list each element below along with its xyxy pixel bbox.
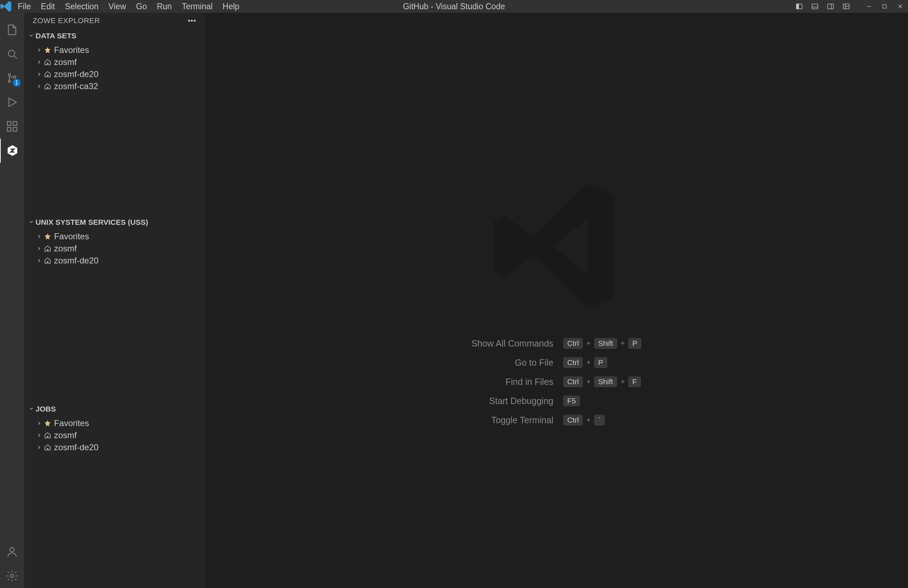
menu-bar: File Edit Selection View Go Run Terminal… bbox=[13, 0, 245, 13]
tree-item[interactable]: Favorites bbox=[24, 44, 204, 56]
toggle-secondary-sidebar-icon[interactable] bbox=[823, 0, 838, 13]
home-icon bbox=[44, 83, 54, 90]
menu-view[interactable]: View bbox=[103, 0, 131, 13]
home-icon bbox=[44, 432, 54, 439]
chevron-down-icon bbox=[27, 405, 35, 413]
panel-header-jobs[interactable]: JOBS bbox=[24, 402, 204, 416]
star-icon bbox=[44, 420, 54, 427]
tree-item[interactable]: zosmf-de20 bbox=[24, 441, 204, 453]
svg-point-16 bbox=[8, 80, 11, 83]
home-icon bbox=[44, 59, 54, 66]
activity-settings-gear-icon[interactable] bbox=[0, 564, 24, 588]
minimize-icon[interactable] bbox=[861, 0, 877, 13]
home-icon bbox=[44, 71, 54, 78]
menu-edit[interactable]: Edit bbox=[36, 0, 60, 13]
svg-line-14 bbox=[14, 56, 17, 59]
panel-label: JOBS bbox=[35, 405, 56, 413]
vscode-watermark-icon bbox=[485, 175, 627, 320]
shortcut-keys: F5 bbox=[563, 395, 641, 406]
activity-search-icon[interactable] bbox=[0, 42, 24, 66]
maximize-icon[interactable] bbox=[877, 0, 892, 13]
svg-rect-21 bbox=[13, 122, 17, 126]
tree-item-label: Favorites bbox=[54, 45, 89, 55]
shortcut-keys: Ctrl+P bbox=[563, 357, 641, 368]
customize-layout-icon[interactable] bbox=[838, 0, 854, 13]
keycap: Ctrl bbox=[563, 415, 583, 426]
shortcut-label: Find in Files bbox=[472, 377, 554, 387]
plus-separator: + bbox=[586, 378, 591, 386]
keycap: Ctrl bbox=[563, 357, 583, 368]
chevron-down-icon bbox=[27, 218, 35, 227]
panel-header-data-sets[interactable]: DATA SETS bbox=[24, 28, 204, 43]
toggle-primary-sidebar-icon[interactable] bbox=[792, 0, 807, 13]
keycap: P bbox=[628, 338, 641, 349]
svg-rect-10 bbox=[883, 5, 886, 8]
tree-item-label: zosmf bbox=[54, 244, 77, 254]
menu-go[interactable]: Go bbox=[131, 0, 152, 13]
close-icon[interactable] bbox=[892, 0, 908, 13]
keycap: Ctrl bbox=[563, 376, 583, 387]
chevron-right-icon bbox=[34, 418, 44, 428]
shortcut-keys: Ctrl+Shift+P bbox=[563, 338, 641, 349]
tree-item-label: zosmf-de20 bbox=[54, 442, 98, 452]
panel-label: UNIX SYSTEM SERVICES (USS) bbox=[35, 218, 148, 227]
more-actions-icon[interactable]: ••• bbox=[188, 16, 196, 25]
menu-help[interactable]: Help bbox=[218, 0, 245, 13]
menu-selection[interactable]: Selection bbox=[60, 0, 104, 13]
activity-scm-icon[interactable]: 1 bbox=[0, 66, 24, 90]
svg-rect-20 bbox=[13, 127, 17, 132]
layout-controls bbox=[792, 0, 854, 13]
plus-separator: + bbox=[586, 416, 591, 424]
plus-separator: + bbox=[586, 358, 591, 367]
keycap: Ctrl bbox=[563, 338, 583, 349]
chevron-right-icon bbox=[34, 45, 44, 55]
chevron-down-icon bbox=[27, 32, 35, 40]
shortcut-label: Go to File bbox=[472, 358, 554, 368]
shortcut-label: Start Debugging bbox=[472, 396, 554, 406]
tree-item[interactable]: Favorites bbox=[24, 417, 204, 429]
editor-area: Show All CommandsCtrl+Shift+PGo to FileC… bbox=[204, 13, 908, 588]
chevron-right-icon bbox=[34, 255, 44, 266]
tree-item[interactable]: zosmf bbox=[24, 243, 204, 255]
tree-item[interactable]: zosmf-ca32 bbox=[24, 80, 204, 92]
menu-file[interactable]: File bbox=[13, 0, 36, 13]
svg-rect-1 bbox=[797, 4, 799, 9]
keycap: F5 bbox=[563, 395, 580, 406]
activity-explorer-icon[interactable] bbox=[0, 18, 24, 42]
svg-point-15 bbox=[8, 74, 11, 76]
svg-rect-2 bbox=[812, 4, 818, 9]
shortcut-label: Show All Commands bbox=[472, 338, 554, 349]
activity-run-debug-icon[interactable] bbox=[0, 90, 24, 114]
plus-separator: + bbox=[621, 339, 625, 348]
activity-zowe-icon[interactable] bbox=[0, 138, 24, 162]
tree-item[interactable]: zosmf bbox=[24, 56, 204, 68]
tree-item[interactable]: zosmf-de20 bbox=[24, 68, 204, 80]
tree-item[interactable]: Favorites bbox=[24, 230, 204, 243]
home-icon bbox=[44, 444, 54, 451]
menu-run[interactable]: Run bbox=[152, 0, 177, 13]
tree-item-label: Favorites bbox=[54, 418, 89, 428]
window-title: GitHub - Visual Studio Code bbox=[403, 2, 505, 11]
vscode-logo-icon bbox=[0, 0, 13, 13]
tree-item-label: zosmf-de20 bbox=[54, 255, 98, 266]
toggle-panel-icon[interactable] bbox=[807, 0, 823, 13]
home-icon bbox=[44, 257, 54, 264]
tree-item-label: zosmf bbox=[54, 57, 77, 67]
svg-rect-18 bbox=[8, 122, 11, 126]
home-icon bbox=[44, 245, 54, 252]
menu-terminal[interactable]: Terminal bbox=[177, 0, 218, 13]
shortcut-keys: Ctrl+Shift+F bbox=[563, 376, 641, 387]
svg-point-17 bbox=[13, 76, 16, 79]
tree-item[interactable]: zosmf bbox=[24, 429, 204, 441]
svg-rect-19 bbox=[8, 127, 11, 132]
keycap: Shift bbox=[594, 376, 617, 387]
keycap: F bbox=[628, 376, 641, 387]
activity-extensions-icon[interactable] bbox=[0, 114, 24, 138]
chevron-right-icon bbox=[34, 244, 44, 254]
chevron-right-icon bbox=[34, 81, 44, 91]
activity-accounts-icon[interactable] bbox=[0, 540, 24, 564]
tree-item[interactable]: zosmf-de20 bbox=[24, 255, 204, 267]
panel-header-uss[interactable]: UNIX SYSTEM SERVICES (USS) bbox=[24, 215, 204, 230]
sidebar-title-label: ZOWE EXPLORER bbox=[33, 16, 100, 25]
keycap: Shift bbox=[594, 338, 617, 349]
